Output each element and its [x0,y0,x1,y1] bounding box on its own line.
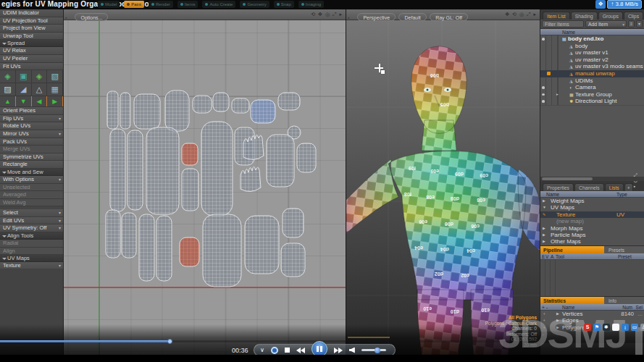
uv-editor-canvas[interactable] [64,20,346,355]
collapse-icon[interactable]: ▶ [543,232,545,238]
viewport-header-icon-cluster[interactable]: ✥ ⟲ ◎ ⤢ ▸ [505,12,537,17]
tab-channels[interactable]: Channels [574,183,604,191]
mirror-uvs-button[interactable]: Mirror UVs▾ [0,130,63,138]
tab-item-list[interactable]: Item List [543,12,570,20]
horizontal-scrollbar[interactable] [540,177,644,181]
tab-shading[interactable]: Shading [571,12,598,20]
project-from-view-button[interactable]: Project from View [0,25,63,33]
fit-uvs-button[interactable]: Fit UVs [0,63,63,71]
power-icon[interactable] [271,347,278,354]
human-model[interactable]: b06 b05 f09 e09 d09 c09 f08 e08 d08 c08 … [346,46,540,355]
align-tools-section-header[interactable]: Align Tools [0,232,63,240]
info-tab[interactable]: Info [604,297,644,304]
shift-right-icon[interactable]: ▶ [47,96,63,106]
screen-icon[interactable]: ▭ [631,324,638,331]
uv-options-button[interactable]: Options... [75,13,108,21]
tree-row-mesh[interactable]: ◮body [540,43,644,50]
barrel-project-icon[interactable]: ▣ [16,70,32,83]
collapse-icon[interactable]: ▶ [543,198,545,204]
list-row-weight-maps[interactable]: ▶Weight Maps [540,198,644,204]
rotate-uvs-button[interactable]: Rotate UVs [0,122,63,130]
tree-row-mesh[interactable]: ◮uv master v2 [540,56,644,64]
sheet-icon[interactable]: ▨ [0,83,16,96]
statistics-title[interactable]: Statistics [540,297,604,304]
expand-icon[interactable]: ▼ [543,204,546,211]
udim-indicator-button[interactable]: UDIM Indicator [0,9,63,17]
flag-icon[interactable]: ⚑ [593,324,601,331]
list-row-uv-maps[interactable]: ▼UV Maps [540,204,644,211]
shift-left-icon[interactable]: ◀ [32,96,48,106]
toolbar-tab-items[interactable]: Items [177,1,198,8]
collapse-icon[interactable]: ▶ [543,238,545,245]
person-icon[interactable]: ♙ [640,324,644,331]
list-filter-icon[interactable]: ▾ [636,20,643,28]
symmetrize-uvs-button[interactable]: Symmetrize UVs [0,153,63,161]
flip-uvs-button[interactable]: Flip UVs▾ [0,115,63,123]
collapse-icon[interactable]: ▶ [543,225,545,232]
sparkle-icon[interactable]: ✱ [603,324,610,331]
shift-up-icon[interactable]: ▲ [0,96,16,106]
uv-island-group[interactable] [106,90,316,287]
smiley-icon[interactable]: ☺ [612,324,619,331]
grid-cube-icon[interactable]: ▦ [47,83,63,96]
add-item-dropdown[interactable]: Add Item▾ [585,20,627,28]
expand-icon[interactable]: ▸ [556,91,559,98]
tree-row-camera[interactable]: ◗Camera [540,84,644,91]
toolbar-tab-model[interactable]: Model [98,1,120,8]
shift-down-icon[interactable]: ▼ [16,96,32,106]
list-row-texture-selected[interactable]: ✎TextureUV [540,211,644,218]
uv-projection-tool-button[interactable]: UV Projection Tool [0,17,63,25]
relax-tool-icon[interactable]: ◈ [0,70,16,83]
toolbar-tab-snap[interactable]: Snap [274,1,294,8]
shading-default-dropdown[interactable]: Default [398,13,426,21]
microphone-icon[interactable]: ¡ [622,324,629,331]
volume-knob[interactable] [375,348,380,353]
eye-icon[interactable] [542,86,545,89]
toolbar-tab-render[interactable]: Render [149,1,173,8]
tab-add[interactable]: + [624,183,633,191]
toolbar-tab-auto-create[interactable]: Auto Create [202,1,235,8]
tree-row-light[interactable]: ✺Directional Light [540,98,644,105]
tree-row-mesh[interactable]: ◮uv master v3 modo seams 2 [540,63,644,70]
uv-relax-button[interactable]: UV Relax [0,47,63,55]
fast-forward-button[interactable] [334,348,343,353]
list-row-other-maps[interactable]: ▶Other Maps [540,238,644,245]
tab-clips[interactable]: Clips [624,12,643,20]
edit-uvs-dropdown[interactable]: Edit UVs▾ [0,217,63,225]
tree-row-scene[interactable]: ▤body end.lxo [540,35,644,43]
spread-section-header[interactable]: Spread [0,40,63,47]
plane-project-icon[interactable]: ◢ [16,83,32,96]
toolbar-tab-paint[interactable]: Paint [124,1,144,8]
rectangle-button[interactable]: Rectangle [0,161,63,169]
perspective-dropdown[interactable]: Perspective [357,13,396,21]
tab-groups[interactable]: Groups [598,12,623,20]
panel-icon-cluster[interactable]: ⤢ ◎ ▸ [634,172,644,191]
toolbar-tab-geometry[interactable]: Geometry [240,1,269,8]
unwrap-tool-button[interactable]: Unwrap Tool [0,33,63,41]
uv-maps-section-header[interactable]: UV Maps [0,255,63,262]
list-row-morph-maps[interactable]: ▶Morph Maps [540,225,644,232]
uv-symmetry-dropdown[interactable]: UV Symmetry: Off▾ [0,224,63,232]
list-options-icon[interactable]: ≡ [628,20,635,28]
uv-header-icon-cluster[interactable]: ⟲ ✥ ◎ ⤢ ▸ [311,12,343,17]
eye-icon[interactable] [542,93,545,96]
volume-icon[interactable] [349,348,355,353]
rewind-button[interactable] [296,348,305,353]
list-row-particle-maps[interactable]: ▶Particle Maps [540,232,644,238]
tab-lists[interactable]: Lists [605,183,624,191]
ray-gl-toggle[interactable]: Ray GL: Off [430,13,468,21]
move-and-sew-section-header[interactable]: Move and Sew [0,169,63,176]
viewport-3d-canvas[interactable]: b06 b05 f09 e09 d09 c09 f08 e08 d08 c08 … [346,20,540,355]
tree-row-selected-mesh[interactable]: ◮manual unwrap [540,70,644,77]
pack-uvs-button[interactable]: Pack UVs [0,138,63,146]
cone-project-icon[interactable]: △ [32,83,48,96]
tree-row-mesh[interactable]: ◮UDIMs [540,77,644,85]
toolbar-tab-imaging[interactable]: Imaging [298,1,324,8]
list-row-new-map[interactable]: (new map) [540,218,644,224]
uv-peeler-button[interactable]: UV Peeler [0,55,63,63]
eye-icon[interactable] [542,38,545,41]
progress-handle[interactable] [167,339,172,344]
box-unwrap-icon[interactable]: ▧ [47,70,63,83]
panel-grip-icon[interactable]: ▪ [348,15,353,20]
player-logo-icon[interactable]: ∨ [260,348,264,353]
